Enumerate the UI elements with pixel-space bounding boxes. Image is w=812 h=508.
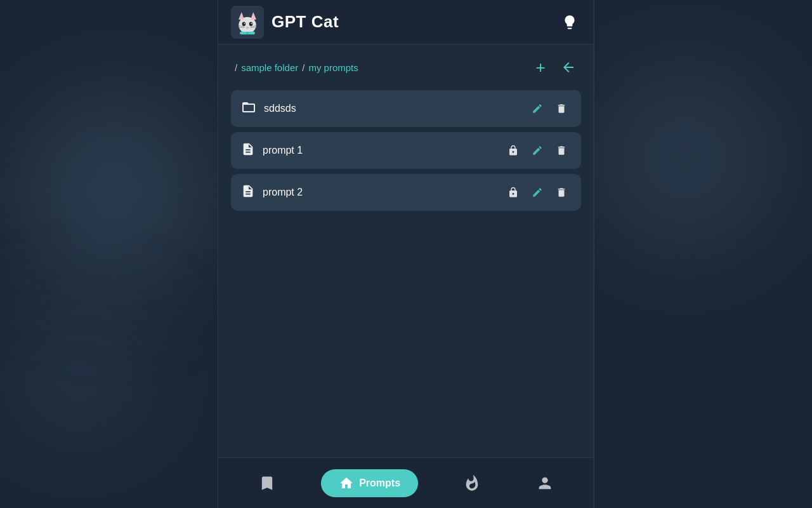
- vertical-separator: [593, 0, 594, 508]
- item-name: prompt 1: [263, 145, 496, 156]
- home-icon: [339, 476, 354, 491]
- breadcrumb-parent[interactable]: sample folder: [241, 62, 298, 73]
- list-item[interactable]: prompt 1: [231, 132, 581, 169]
- folder-icon: [241, 100, 256, 118]
- cat-logo-icon: [233, 8, 262, 37]
- trash-icon: [556, 187, 567, 198]
- pencil-icon: [532, 103, 543, 114]
- lightbulb-icon: [561, 14, 578, 30]
- main-content: / sample folder / my prompts +: [218, 44, 594, 457]
- trash-icon: [556, 103, 567, 114]
- svg-point-8: [244, 22, 245, 23]
- item-name: sddsds: [264, 103, 520, 114]
- add-item-button[interactable]: +: [530, 57, 551, 77]
- trash-icon: [556, 145, 567, 156]
- lock-button[interactable]: [504, 141, 523, 160]
- pencil-icon: [532, 145, 543, 156]
- doc-icon: [241, 142, 255, 156]
- delete-button[interactable]: [552, 99, 571, 118]
- open-folder-icon: [241, 100, 256, 115]
- bottom-nav: Prompts: [218, 457, 594, 508]
- document-icon: [241, 184, 255, 201]
- edit-button[interactable]: [528, 99, 547, 118]
- item-actions: [504, 183, 571, 202]
- edit-button[interactable]: [528, 141, 547, 160]
- bookmark-icon: [258, 474, 276, 492]
- lightbulb-button[interactable]: [558, 11, 581, 34]
- breadcrumb-root-separator: /: [235, 62, 237, 73]
- breadcrumb-actions: +: [530, 57, 579, 77]
- list-item[interactable]: prompt 2: [231, 174, 581, 211]
- nav-item-profile[interactable]: [526, 469, 564, 497]
- list-item[interactable]: sddsds: [231, 90, 581, 127]
- app-title: GPT Cat: [272, 12, 339, 32]
- lock-button[interactable]: [504, 183, 523, 202]
- svg-point-9: [251, 22, 252, 23]
- app-logo: [231, 6, 264, 39]
- document-icon: [241, 142, 255, 159]
- nav-item-prompts[interactable]: Prompts: [321, 469, 418, 497]
- item-actions: [528, 99, 571, 118]
- svg-point-16: [246, 32, 249, 34]
- nav-prompts-label: Prompts: [359, 478, 400, 489]
- fire-icon: [463, 474, 481, 492]
- header-left: GPT Cat: [231, 6, 339, 39]
- svg-point-7: [249, 22, 253, 25]
- delete-button[interactable]: [552, 141, 571, 160]
- nav-item-fire[interactable]: [453, 469, 491, 497]
- breadcrumb-sep2: /: [302, 62, 304, 73]
- item-actions: [504, 141, 571, 160]
- svg-point-6: [242, 22, 246, 25]
- breadcrumb: / sample folder / my prompts +: [231, 57, 581, 77]
- pencil-icon: [532, 187, 543, 198]
- item-name: prompt 2: [263, 187, 496, 198]
- back-button[interactable]: [558, 57, 579, 77]
- item-list: sddsds: [231, 90, 581, 211]
- doc-icon: [241, 184, 255, 198]
- profile-icon: [536, 474, 554, 492]
- back-arrow-icon: [561, 60, 576, 75]
- lock-icon: [508, 145, 519, 156]
- delete-button[interactable]: [552, 183, 571, 202]
- header: GPT Cat: [218, 0, 594, 44]
- app-container: GPT Cat / sample folder / my prompts +: [218, 0, 594, 508]
- breadcrumb-path: / sample folder / my prompts: [233, 62, 358, 73]
- edit-button[interactable]: [528, 183, 547, 202]
- lock-icon: [508, 187, 519, 198]
- breadcrumb-current: my prompts: [308, 62, 358, 73]
- nav-item-bookmarks[interactable]: [248, 469, 286, 497]
